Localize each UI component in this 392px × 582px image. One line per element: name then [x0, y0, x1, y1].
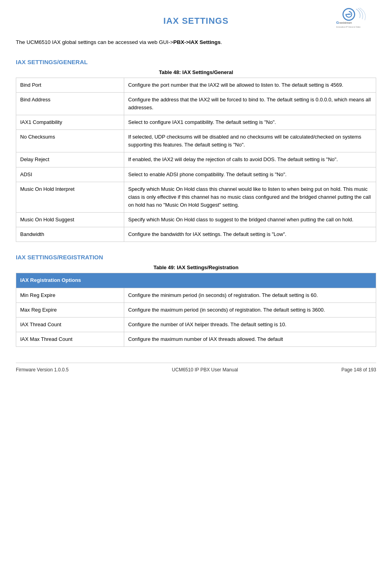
logo-area: G randstream Innovative IP Voice & Video [329, 6, 376, 30]
row-description: Configure the maximum period (in seconds… [124, 302, 376, 317]
row-label: No Checksums [16, 130, 124, 152]
registration-settings-table: IAX Registration OptionsMin Reg ExpireCo… [16, 273, 376, 347]
row-description: Configure the address that the IAX2 will… [124, 92, 376, 115]
row-description: If enabled, the IAX2 will delay the reje… [124, 152, 376, 167]
row-description: Configure the number of IAX helper threa… [124, 317, 376, 332]
page-container: G randstream Innovative IP Voice & Video… [0, 0, 392, 388]
row-description: Specify which Music On Hold class this c… [124, 182, 376, 212]
logo-box: G randstream Innovative IP Voice & Video [329, 6, 376, 30]
intro-paragraph: The UCM6510 IAX global settings can be a… [16, 38, 376, 47]
registration-options-header: IAX Registration Options [16, 273, 376, 288]
table-row: Bind AddressConfigure the address that t… [16, 92, 376, 115]
section1-title: IAX SETTINGS/GENERAL [16, 59, 376, 65]
row-label: Bind Port [16, 78, 124, 92]
row-label: Music On Hold Suggest [16, 213, 124, 227]
table-row: BandwidthConfigure the bandwidth for IAX… [16, 227, 376, 242]
row-label: IAX Thread Count [16, 317, 124, 332]
table-row: Min Reg ExpireConfigure the minimum peri… [16, 288, 376, 302]
row-label: Max Reg Expire [16, 302, 124, 317]
row-label: Music On Hold Interpret [16, 182, 124, 212]
section-registration: IAX SETTINGS/REGISTRATION Table 49: IAX … [16, 254, 376, 347]
section-general: IAX SETTINGS/GENERAL Table 48: IAX Setti… [16, 59, 376, 242]
section2-title: IAX SETTINGS/REGISTRATION [16, 254, 376, 261]
firmware-version: Firmware Version 1.0.0.5 [16, 367, 68, 373]
row-label: IAX Max Thread Count [16, 332, 124, 346]
row-description: Configure the bandwidth for IAX settings… [124, 227, 376, 242]
table-row: IAX Thread CountConfigure the number of … [16, 317, 376, 332]
page-number: Page 148 of 193 [341, 367, 376, 373]
table-header-row: IAX Registration Options [16, 273, 376, 288]
row-label: Min Reg Expire [16, 288, 124, 302]
table-row: Music On Hold InterpretSpecify which Mus… [16, 182, 376, 212]
row-description: If selected, UDP checksums will be disab… [124, 130, 376, 152]
row-label: Delay Reject [16, 152, 124, 167]
intro-text-end: . [221, 39, 222, 45]
intro-text-start: The UCM6510 IAX global settings can be a… [16, 39, 173, 45]
row-label: IAX1 Compatibility [16, 115, 124, 130]
intro-bold: PBX->IAX Settings [173, 39, 221, 45]
table1-caption: Table 48: IAX Settings/General [16, 69, 376, 75]
table-row: IAX1 CompatibilitySelect to configure IA… [16, 115, 376, 130]
row-description: Select to enable ADSI phone compatibilit… [124, 167, 376, 182]
svg-text:randstream: randstream [339, 21, 352, 24]
row-label: ADSI [16, 167, 124, 182]
row-description: Configure the maximum number of IAX thre… [124, 332, 376, 346]
table2-caption: Table 49: IAX Settings/Registration [16, 264, 376, 270]
manual-name: UCM6510 IP PBX User Manual [172, 367, 238, 373]
table-row: Max Reg ExpireConfigure the maximum peri… [16, 302, 376, 317]
table-row: ADSISelect to enable ADSI phone compatib… [16, 167, 376, 182]
table-row: No ChecksumsIf selected, UDP checksums w… [16, 130, 376, 152]
row-label: Bandwidth [16, 227, 124, 242]
table-row: Bind PortConfigure the port number that … [16, 78, 376, 92]
svg-text:Innovative IP Voice & Video: Innovative IP Voice & Video [336, 26, 361, 28]
page-title: IAX SETTINGS [16, 16, 376, 26]
svg-rect-1 [348, 13, 350, 15]
row-description: Configure the minimum period (in seconds… [124, 288, 376, 302]
row-description: Configure the port number that the IAX2 … [124, 78, 376, 92]
footer: Firmware Version 1.0.0.5 UCM6510 IP PBX … [16, 363, 376, 373]
table-row: Music On Hold SuggestSpecify which Music… [16, 213, 376, 227]
svg-text:G: G [336, 21, 339, 25]
row-label: Bind Address [16, 92, 124, 115]
table-row: Delay RejectIf enabled, the IAX2 will de… [16, 152, 376, 167]
row-description: Select to configure IAX1 compatibility. … [124, 115, 376, 130]
row-description: Specify which Music On Hold class to sug… [124, 213, 376, 227]
general-settings-table: Bind PortConfigure the port number that … [16, 78, 376, 242]
grandstream-logo: G randstream Innovative IP Voice & Video [329, 7, 376, 29]
table-row: IAX Max Thread CountConfigure the maximu… [16, 332, 376, 346]
